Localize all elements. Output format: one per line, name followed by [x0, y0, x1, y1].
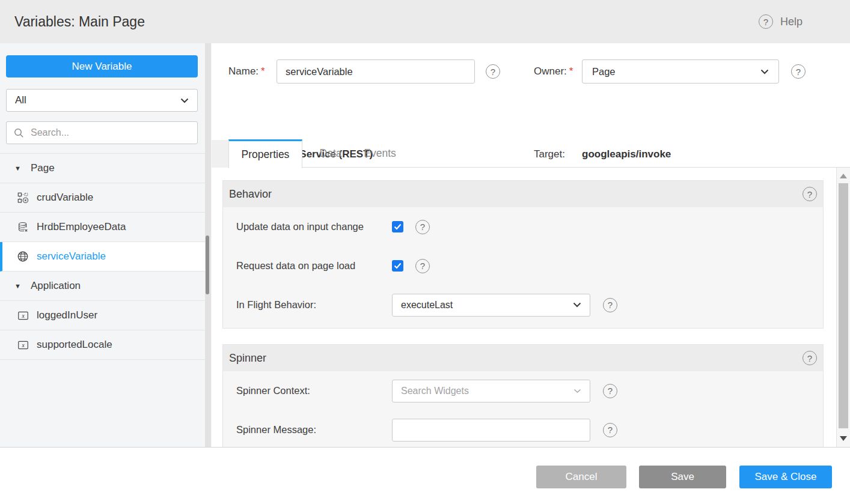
- variable-search-box[interactable]: [6, 121, 198, 144]
- variable-search-input[interactable]: [29, 127, 190, 139]
- svg-text:x: x: [21, 312, 25, 318]
- spinner-help-icon[interactable]: ?: [803, 351, 817, 365]
- search-icon: [14, 128, 24, 138]
- tab-events[interactable]: Events: [358, 139, 402, 168]
- chevron-down-icon: [760, 69, 769, 74]
- chevron-down-icon: [180, 98, 189, 103]
- dialog-header: Variables: Main Page ? Help: [0, 0, 850, 43]
- spinner-panel-header: Spinner ?: [223, 345, 823, 371]
- collapse-triangle-icon[interactable]: ▼: [14, 282, 21, 290]
- cancel-button[interactable]: Cancel: [536, 466, 626, 488]
- page-title: Variables: Main Page: [14, 0, 145, 43]
- spinner-context-help-icon[interactable]: ?: [603, 384, 617, 398]
- request-data-checkbox[interactable]: [392, 260, 403, 272]
- variable-detail-panel: Name:* ? Owner:* Page ? Type: Web Servic…: [212, 43, 850, 447]
- update-data-checkbox[interactable]: [392, 221, 403, 232]
- variable-filter-select[interactable]: All: [6, 89, 198, 112]
- static-variable-icon: x: [17, 339, 29, 351]
- check-icon: [394, 263, 402, 269]
- check-icon: [394, 223, 402, 230]
- behavior-title: Behavior: [229, 188, 272, 201]
- owner-select-value: Page: [592, 66, 760, 77]
- group-row-application[interactable]: ▼ Application: [0, 272, 206, 301]
- spinner-message-row: Spinner Message: ?: [223, 410, 823, 447]
- name-help-icon[interactable]: ?: [486, 64, 500, 79]
- spinner-message-input[interactable]: [392, 419, 590, 442]
- tab-bar: Properties Data Events: [212, 139, 850, 168]
- spinner-message-label: Spinner Message:: [236, 424, 392, 436]
- database-icon: [17, 221, 29, 233]
- spinner-panel: Spinner ? Spinner Context: Search Widget…: [222, 344, 824, 447]
- spinner-title: Spinner: [229, 352, 266, 365]
- list-item-label: crudVariable: [37, 192, 93, 204]
- properties-scroll-area: Behavior ? Update data on input change ?…: [212, 168, 850, 447]
- owner-label: Owner:*: [534, 59, 573, 83]
- variable-list: ▼ Page crudVariable HrdbEmployeeData: [0, 153, 206, 360]
- svg-text:x: x: [21, 342, 25, 348]
- behavior-panel: Behavior ? Update data on input change ?…: [222, 180, 824, 329]
- tab-bar-stub: [212, 140, 228, 168]
- inflight-behavior-value: executeLast: [401, 300, 573, 311]
- sidebar-scrollbar-thumb[interactable]: [206, 235, 209, 294]
- request-data-help-icon[interactable]: ?: [415, 259, 430, 273]
- spinner-message-help-icon[interactable]: ?: [603, 423, 617, 437]
- help-button[interactable]: ? Help: [759, 0, 803, 43]
- request-data-label: Request data on page load: [236, 260, 392, 272]
- behavior-help-icon[interactable]: ?: [803, 187, 817, 201]
- spinner-context-label: Spinner Context:: [236, 385, 392, 396]
- crud-variable-icon: [17, 192, 29, 204]
- save-and-close-button[interactable]: Save & Close: [739, 466, 832, 488]
- group-row-page[interactable]: ▼ Page: [0, 154, 206, 183]
- request-data-row: Request data on page load ?: [223, 246, 823, 285]
- group-label: Application: [31, 280, 81, 292]
- vertical-scrollbar[interactable]: [836, 168, 850, 447]
- help-icon[interactable]: ?: [759, 14, 773, 29]
- name-input[interactable]: [277, 59, 475, 83]
- save-button[interactable]: Save: [639, 466, 726, 488]
- update-data-help-icon[interactable]: ?: [415, 220, 430, 234]
- scrollbar-up-arrow-icon[interactable]: [840, 174, 847, 178]
- update-data-row: Update data on input change ?: [223, 207, 823, 246]
- collapse-triangle-icon[interactable]: ▼: [14, 165, 21, 172]
- globe-icon: [17, 250, 29, 263]
- tab-data[interactable]: Data: [313, 139, 349, 168]
- inflight-behavior-label: In Flight Behavior:: [236, 299, 392, 311]
- behavior-panel-header: Behavior ?: [223, 181, 823, 207]
- help-label[interactable]: Help: [780, 16, 803, 28]
- tab-properties[interactable]: Properties: [228, 139, 302, 168]
- new-variable-button[interactable]: New Variable: [6, 55, 198, 77]
- chevron-down-icon: [573, 389, 581, 393]
- list-item-label: HrdbEmployeeData: [37, 221, 126, 233]
- inflight-behavior-row: In Flight Behavior: executeLast ?: [223, 285, 823, 324]
- list-item-servicevariable-selected[interactable]: serviceVariable: [0, 242, 206, 272]
- group-label: Page: [31, 162, 55, 174]
- static-variable-icon: x: [17, 309, 29, 321]
- dialog-footer: Cancel Save Save & Close: [0, 447, 850, 504]
- variables-dialog: Variables: Main Page ? Help New Variable…: [0, 0, 850, 504]
- owner-select[interactable]: Page: [582, 59, 779, 83]
- spinner-context-select[interactable]: Search Widgets: [392, 380, 590, 402]
- inflight-behavior-help-icon[interactable]: ?: [603, 298, 617, 312]
- list-item-label: loggedInUser: [37, 309, 97, 321]
- name-owner-row: Name:* ? Owner:* Page ?: [212, 59, 850, 83]
- spinner-context-row: Spinner Context: Search Widgets ?: [223, 371, 823, 410]
- list-item-label: supportedLocale: [37, 339, 112, 351]
- chevron-down-icon: [573, 302, 581, 308]
- name-label: Name:*: [228, 59, 265, 83]
- update-data-label: Update data on input change: [236, 221, 392, 232]
- list-item-label: serviceVariable: [37, 250, 106, 263]
- inflight-behavior-select[interactable]: executeLast: [392, 294, 590, 317]
- scrollbar-thumb[interactable]: [839, 183, 848, 428]
- scrollbar-down-arrow-icon[interactable]: [840, 436, 847, 441]
- spinner-context-placeholder: Search Widgets: [401, 386, 573, 396]
- sidebar-scrollbar-track[interactable]: [205, 43, 211, 447]
- variables-sidebar: New Variable All ▼ Page crudVariable: [0, 43, 212, 447]
- list-item-supportedlocale[interactable]: x supportedLocale: [0, 330, 206, 360]
- variable-filter-value: All: [15, 94, 180, 106]
- list-item-hrdbemployeedata[interactable]: HrdbEmployeeData: [0, 213, 206, 242]
- list-item-loggedinuser[interactable]: x loggedInUser: [0, 301, 206, 330]
- list-item-crudvariable[interactable]: crudVariable: [0, 183, 206, 213]
- owner-help-icon[interactable]: ?: [791, 64, 806, 79]
- required-marker: *: [569, 65, 573, 77]
- required-marker: *: [261, 65, 265, 77]
